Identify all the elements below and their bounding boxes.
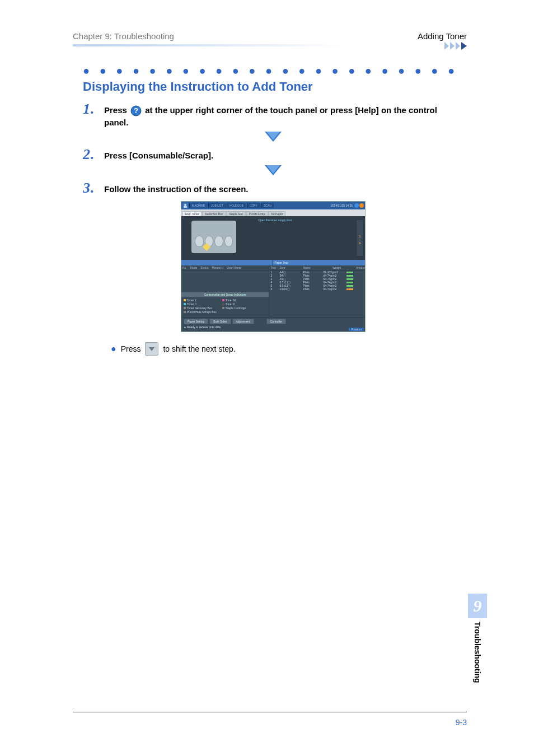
traycol-name: Name (303, 266, 329, 269)
controller-button[interactable]: Controller (266, 319, 287, 324)
step-1: 1. Press ? at the upper right corner of … (83, 102, 463, 128)
machine-diagram (191, 221, 236, 253)
svg-rect-12 (184, 206, 187, 208)
consumable-header: Consumable and Scrap Indicators (181, 292, 269, 297)
step-3: 3. Follow the instruction of the screen. (83, 181, 463, 195)
traycol-weight: Weight (332, 266, 353, 269)
toner-c-label: Toner C (187, 302, 197, 306)
toner-y-label: Toner Y (187, 298, 196, 302)
page-number: 9-3 (456, 718, 467, 727)
recovery-box-label: Toner Recovery Box (187, 306, 212, 310)
step-counter: 1─6 (356, 220, 364, 256)
both-sides-button[interactable]: Both Sides (209, 319, 231, 324)
tray-columns: Tray Size Name Weight Amount (270, 266, 364, 270)
paper-tray-header: Paper Tray (273, 260, 366, 265)
info-icon[interactable] (354, 203, 359, 208)
arrows-icon (444, 42, 467, 50)
traycol-amount: Amount (356, 266, 364, 269)
step-3-text: Follow the instruction of the screen. (104, 181, 249, 195)
toner-c-icon (184, 303, 186, 305)
jobcol-mode: Mode (190, 266, 198, 269)
svg-point-11 (184, 204, 186, 206)
jobcol-status: Status (200, 266, 208, 269)
consumable-list: Toner Y Toner C Toner Recovery Box Punch… (181, 297, 269, 317)
step-number-2: 2. (83, 147, 99, 162)
bullet-icon: ● (111, 344, 116, 353)
jobcol-min: Minute(s) (212, 266, 223, 269)
paper-setting-button[interactable]: Paper Setting (184, 319, 208, 324)
tab-scan[interactable]: SCAN (261, 203, 274, 208)
instruction-text: Open the toner supply door (258, 218, 362, 222)
subtab-staple-add[interactable]: Staple Add (226, 211, 245, 216)
punch-box-icon (184, 311, 186, 313)
jobcol-no: No. (182, 266, 187, 269)
job-columns: No. Mode Status Minute(s) User Name (181, 265, 269, 270)
step-number-3: 3. (83, 181, 99, 195)
subtab-rep-toner[interactable]: Rep. Toner (182, 211, 202, 216)
side-chapter-number: 9 (474, 596, 482, 615)
side-chapter-label: Troubleshooting (473, 622, 482, 683)
jobcol-user: User Name (227, 266, 241, 269)
tab-job-list[interactable]: JOB LIST (208, 203, 226, 208)
svg-marker-2 (456, 42, 460, 50)
svg-marker-3 (461, 42, 467, 50)
staple-label: Staple Cartridge (226, 306, 246, 310)
rotation-badge: Rotation (349, 328, 364, 331)
side-chapter-tab: 9 Troubleshooting (468, 594, 487, 717)
staple-icon (222, 307, 224, 309)
embedded-screenshot: MACHINE JOB LIST HOLD/JOB COPY SCAN 2014… (83, 201, 463, 332)
help-panel-icon[interactable] (359, 203, 364, 208)
step-arrow-2 (83, 165, 463, 176)
recovery-box-icon (184, 307, 186, 309)
header-rule (73, 44, 467, 50)
tab-copy[interactable]: COPY (247, 203, 260, 208)
toner-m-label: Toner M (226, 298, 236, 302)
bullet-text-pre: Press (121, 344, 141, 353)
status-text: Ready to receive print data (187, 325, 221, 329)
step-1-text-pre: Press (104, 105, 129, 115)
punch-box-label: Punch/Hole Scraps Box (187, 310, 217, 314)
page-topic: Adding Toner (418, 31, 467, 41)
traycol-tray: Tray (270, 266, 276, 269)
user-icon (182, 203, 188, 209)
adjustment-button[interactable]: Adjustment (232, 319, 254, 324)
subtab-punch-scrap[interactable]: Punch Scrap (246, 211, 268, 216)
job-header-bar (181, 260, 273, 265)
toner-y-icon (184, 299, 186, 301)
svg-marker-1 (450, 42, 455, 50)
svg-text:?: ? (134, 106, 138, 115)
step-number-1: 1. (83, 102, 99, 116)
toner-m-icon (222, 299, 224, 301)
step-2-text: Press [Consumable/Scrap]. (104, 147, 213, 161)
chapter-label: Chapter 9: Troubleshooting (73, 31, 174, 41)
toner-k-icon (222, 303, 224, 305)
step-2: 2. Press [Consumable/Scrap]. (83, 147, 463, 162)
datetime-label: 2014/01/25 14 26 (331, 204, 353, 207)
help-icon: ? (130, 105, 142, 116)
bullet-text-post: to shift the next step. (163, 344, 235, 353)
subtab-reserbox[interactable]: ReserBox Box (202, 211, 226, 216)
toner-k-label: Toner K (226, 302, 235, 306)
tray-row: 613x19▢Plain64-74g/m2 (270, 287, 364, 291)
dotted-rule: ● ● ● ● ● ● ● ● ● ● ● ● ● ● ● ● ● ● ● ● … (83, 64, 463, 77)
tab-machine[interactable]: MACHINE (189, 203, 207, 208)
job-list-body (181, 270, 269, 292)
svg-marker-0 (444, 42, 449, 50)
traycol-size: Size (279, 266, 299, 269)
tab-hold-job[interactable]: HOLD/JOB (227, 203, 246, 208)
svg-marker-13 (149, 347, 154, 351)
note-bullet: ● Press to shift the next step. (111, 342, 463, 356)
section-title: Displaying the Instruction to Add Toner (83, 80, 463, 94)
step-arrow-1 (83, 132, 463, 143)
down-arrow-button[interactable] (145, 342, 158, 356)
step-1-text-post: at the upper right corner of the touch p… (104, 105, 437, 127)
subtab-no-paper[interactable]: No Paper (268, 211, 285, 216)
page-footer: 9-3 (73, 712, 467, 727)
